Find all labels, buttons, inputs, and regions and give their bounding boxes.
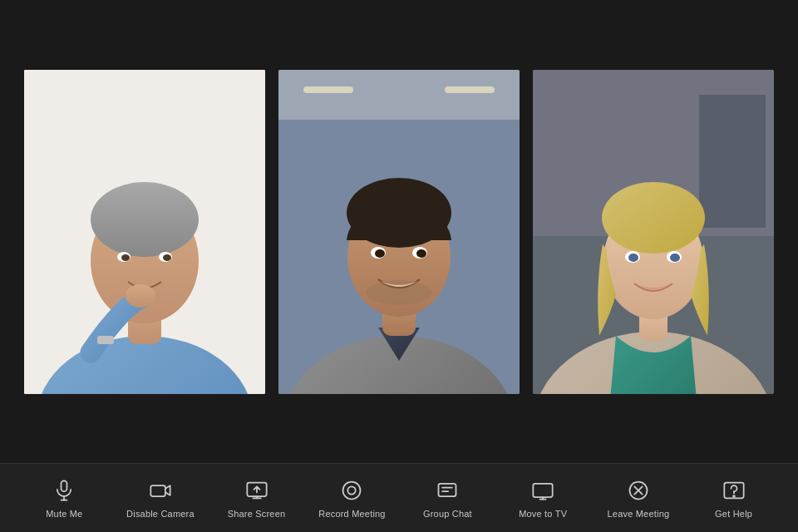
mute-me-button[interactable]: Mute Me xyxy=(31,477,97,519)
leave-meeting-button[interactable]: Leave Meeting xyxy=(605,477,672,519)
disable-camera-button[interactable]: Disable Camera xyxy=(126,477,195,519)
svg-point-55 xyxy=(733,495,735,497)
help-icon xyxy=(721,477,747,504)
group-chat-label: Group Chat xyxy=(423,509,472,519)
mute-me-label: Mute Me xyxy=(46,509,82,519)
svg-point-9 xyxy=(121,254,130,261)
svg-point-26 xyxy=(416,249,426,258)
leave-icon xyxy=(625,477,652,504)
svg-rect-41 xyxy=(150,485,165,496)
svg-rect-48 xyxy=(533,484,552,497)
svg-rect-12 xyxy=(97,336,114,344)
svg-point-37 xyxy=(670,254,680,262)
toolbar: Mute Me Disable Camera Share Screen xyxy=(0,463,798,532)
svg-rect-15 xyxy=(303,86,353,93)
svg-point-10 xyxy=(163,254,171,261)
share-screen-button[interactable]: Share Screen xyxy=(224,477,290,519)
video-tile-2 xyxy=(278,70,520,394)
mic-icon xyxy=(51,477,77,504)
move-to-tv-label: Move to TV xyxy=(519,509,567,519)
video-area xyxy=(0,0,798,463)
get-help-button[interactable]: Get Help xyxy=(701,477,767,519)
svg-rect-47 xyxy=(439,484,456,496)
video-tile-1 xyxy=(24,70,265,394)
record-icon xyxy=(338,477,365,504)
tv-icon xyxy=(530,477,556,504)
svg-rect-16 xyxy=(445,86,495,93)
share-screen-icon xyxy=(244,477,270,504)
record-meeting-label: Record Meeting xyxy=(318,509,385,519)
chat-icon xyxy=(434,477,461,504)
move-to-tv-button[interactable]: Move to TV xyxy=(510,477,576,519)
video-tile-3 xyxy=(533,70,774,394)
leave-meeting-label: Leave Meeting xyxy=(608,509,670,519)
svg-point-25 xyxy=(375,249,385,258)
camera-icon xyxy=(147,477,174,504)
svg-point-45 xyxy=(343,482,361,500)
svg-rect-29 xyxy=(699,95,766,228)
svg-rect-38 xyxy=(62,480,67,491)
svg-point-11 xyxy=(126,284,155,308)
group-chat-button[interactable]: Group Chat xyxy=(414,477,480,519)
svg-point-36 xyxy=(628,254,638,262)
get-help-label: Get Help xyxy=(715,509,752,519)
svg-point-22 xyxy=(366,280,432,305)
share-screen-label: Share Screen xyxy=(228,509,286,519)
record-meeting-button[interactable]: Record Meeting xyxy=(318,477,385,519)
svg-point-46 xyxy=(348,486,356,494)
disable-camera-label: Disable Camera xyxy=(126,509,195,519)
svg-point-33 xyxy=(602,182,705,254)
svg-point-6 xyxy=(91,182,199,257)
